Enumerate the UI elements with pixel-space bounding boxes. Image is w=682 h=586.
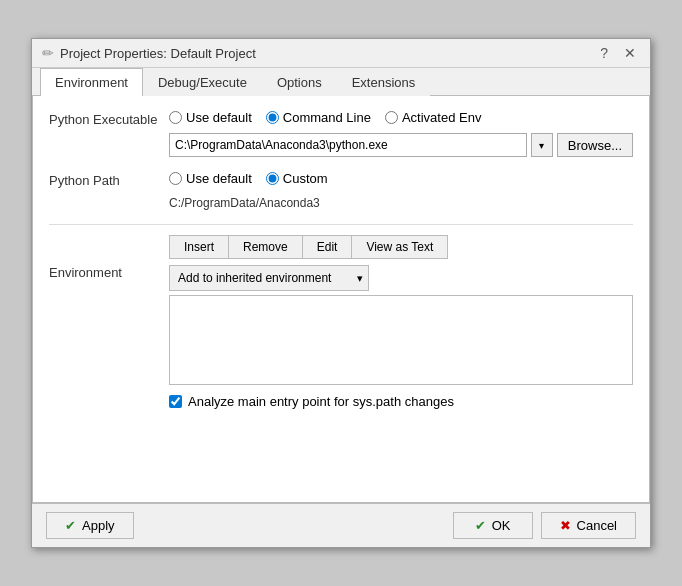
environment-textarea[interactable]: [169, 295, 633, 385]
apply-button[interactable]: ✔ Apply: [46, 512, 134, 539]
ok-check-icon: ✔: [475, 518, 486, 533]
title-bar-left: ✏ Project Properties: Default Project: [42, 45, 256, 61]
close-button[interactable]: ✕: [620, 46, 640, 60]
browse-button[interactable]: Browse...: [557, 133, 633, 157]
python-path-value: C:/ProgramData/Anaconda3: [169, 196, 633, 210]
apply-label: Apply: [82, 518, 115, 533]
edit-button[interactable]: Edit: [302, 235, 353, 259]
cancel-button[interactable]: ✖ Cancel: [541, 512, 636, 539]
tab-extensions[interactable]: Extensions: [337, 68, 431, 96]
cancel-x-icon: ✖: [560, 518, 571, 533]
radio-command-line-input[interactable]: [266, 111, 279, 124]
environment-dropdown[interactable]: Add to inherited environment Replace env…: [169, 265, 369, 291]
python-path-control: Use default Custom C:/ProgramData/Anacon…: [169, 171, 633, 210]
footer-left: ✔ Apply: [46, 512, 134, 539]
environment-label: Environment: [49, 235, 169, 280]
project-properties-dialog: ✏ Project Properties: Default Project ? …: [31, 38, 651, 548]
python-path-row: Python Path Use default Custom C:/Progra…: [49, 171, 633, 210]
analyze-checkbox-label: Analyze main entry point for sys.path ch…: [188, 394, 454, 409]
radio-activated-env-input[interactable]: [385, 111, 398, 124]
environment-toolbar: Insert Remove Edit View as Text: [169, 235, 633, 259]
tab-environment[interactable]: Environment: [40, 68, 143, 96]
python-executable-label: Python Executable: [49, 110, 169, 127]
section-divider: [49, 224, 633, 225]
environment-dropdown-wrap[interactable]: Add to inherited environment Replace env…: [169, 265, 369, 291]
remove-button[interactable]: Remove: [228, 235, 303, 259]
apply-check-icon: ✔: [65, 518, 76, 533]
analyze-checkbox[interactable]: [169, 395, 182, 408]
tab-debug-execute[interactable]: Debug/Execute: [143, 68, 262, 96]
python-path-radio-group: Use default Custom: [169, 171, 633, 186]
environment-dropdown-row: Add to inherited environment Replace env…: [169, 265, 633, 291]
help-button[interactable]: ?: [596, 46, 612, 60]
ok-label: OK: [492, 518, 511, 533]
view-as-text-button[interactable]: View as Text: [351, 235, 448, 259]
pypath-radio-default-input[interactable]: [169, 172, 182, 185]
ok-button[interactable]: ✔ OK: [453, 512, 533, 539]
environment-row: Environment Insert Remove Edit View as T…: [49, 235, 633, 409]
pypath-radio-default-label: Use default: [186, 171, 252, 186]
radio-activated-env[interactable]: Activated Env: [385, 110, 482, 125]
radio-use-default-input[interactable]: [169, 111, 182, 124]
python-executable-control: Use default Command Line Activated Env ▾…: [169, 110, 633, 157]
python-path-label: Python Path: [49, 171, 169, 188]
radio-command-line-label: Command Line: [283, 110, 371, 125]
radio-use-default-label: Use default: [186, 110, 252, 125]
pypath-radio-custom[interactable]: Custom: [266, 171, 328, 186]
python-exe-path-input[interactable]: [169, 133, 527, 157]
tab-content: Python Executable Use default Command Li…: [32, 96, 650, 503]
insert-button[interactable]: Insert: [169, 235, 229, 259]
pypath-radio-custom-label: Custom: [283, 171, 328, 186]
radio-activated-env-label: Activated Env: [402, 110, 482, 125]
title-bar-controls: ? ✕: [596, 46, 640, 60]
tab-options[interactable]: Options: [262, 68, 337, 96]
pypath-radio-custom-input[interactable]: [266, 172, 279, 185]
footer-right: ✔ OK ✖ Cancel: [453, 512, 636, 539]
environment-content: Insert Remove Edit View as Text Add to i…: [169, 235, 633, 409]
radio-use-default[interactable]: Use default: [169, 110, 252, 125]
python-executable-radio-group: Use default Command Line Activated Env: [169, 110, 633, 125]
exe-path-dropdown-btn[interactable]: ▾: [531, 133, 553, 157]
dialog-icon: ✏: [42, 45, 54, 61]
cancel-label: Cancel: [577, 518, 617, 533]
pypath-radio-default[interactable]: Use default: [169, 171, 252, 186]
tab-bar: Environment Debug/Execute Options Extens…: [32, 68, 650, 96]
analyze-checkbox-row: Analyze main entry point for sys.path ch…: [169, 394, 633, 409]
python-executable-row: Python Executable Use default Command Li…: [49, 110, 633, 157]
radio-command-line[interactable]: Command Line: [266, 110, 371, 125]
title-bar: ✏ Project Properties: Default Project ? …: [32, 39, 650, 68]
dialog-footer: ✔ Apply ✔ OK ✖ Cancel: [32, 503, 650, 547]
exe-path-row: ▾ Browse...: [169, 133, 633, 157]
dialog-title: Project Properties: Default Project: [60, 46, 256, 61]
